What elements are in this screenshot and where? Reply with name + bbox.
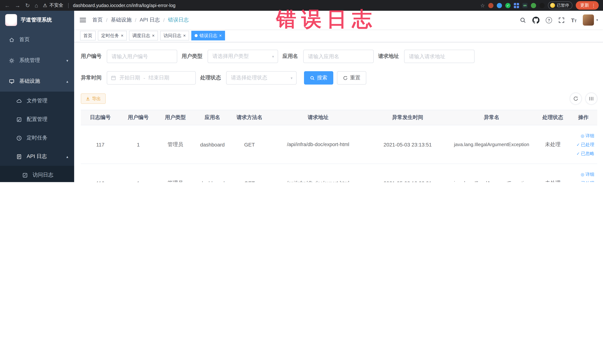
security-label: 不安全 (49, 2, 63, 9)
search-icon[interactable] (520, 17, 526, 23)
check-icon: ✓ (577, 140, 580, 149)
cell-method: GET (231, 125, 268, 164)
filter-label: 异常时间 (81, 75, 102, 81)
paused-badge[interactable]: 已暂停 (548, 1, 572, 9)
app-window: 芋道管理系统 首页 系统管理 ▾ 基础设施 ▴ (0, 11, 603, 182)
fullscreen-icon[interactable] (558, 17, 565, 23)
table-row: 116 1 管理员 dashboard GET /api/infra/db-do… (81, 164, 597, 182)
browser-back-icon[interactable]: ← (4, 3, 10, 8)
mark-processed-link[interactable]: ✓ 已处理 (577, 179, 594, 182)
bookmark-star-icon[interactable]: ☆ (480, 2, 485, 8)
user-id-input[interactable] (107, 50, 177, 63)
sidebar-item-system[interactable]: 系统管理 ▾ (0, 50, 74, 71)
detail-link[interactable]: ◎ 详细 (581, 170, 594, 178)
reset-button[interactable]: 重置 (337, 71, 366, 84)
col-user-type: 用户类型 (157, 110, 194, 125)
sidebar-item-scheduled-job[interactable]: 定时任务 (0, 129, 74, 147)
extension-icon-leaf[interactable] (531, 3, 536, 8)
extension-icon-3[interactable]: ✓ (505, 3, 510, 8)
sidebar-item-access-log[interactable]: 访问日志 (0, 166, 74, 182)
help-icon[interactable]: ? (546, 17, 552, 23)
user-type-select[interactable]: 请选择用户类型 ▾ (208, 50, 278, 63)
col-log-id: 日志编号 (81, 110, 120, 125)
refresh-button[interactable] (570, 93, 582, 105)
cell-user-id: 1 (120, 125, 157, 164)
sidebar-menu: 首页 系统管理 ▾ 基础设施 ▴ 文件管理 (0, 29, 74, 182)
breadcrumb-infra[interactable]: 基础设施 (111, 17, 132, 23)
cell-user-type: 管理员 (157, 164, 194, 182)
warning-icon: ⚠ (43, 3, 47, 8)
address-bar-url[interactable]: dashboard.yudao.iocoder.cn/infra/log/api… (68, 3, 175, 8)
table-body: 117 1 管理员 dashboard GET /api/infra/db-do… (81, 125, 597, 182)
extension-icon-on[interactable]: on (522, 3, 528, 8)
chevron-up-icon: ▴ (66, 154, 68, 159)
app-title: 芋道管理系统 (21, 17, 52, 23)
sidebar-item-config-manage[interactable]: 配置管理 (0, 110, 74, 129)
cell-user-type: 管理员 (157, 125, 194, 164)
sidebar-item-home[interactable]: 首页 (0, 29, 74, 50)
tab-schedule-log[interactable]: 调度日志 × (129, 31, 158, 40)
cell-exception-time: 2021-05-03 12:02:31 (368, 164, 447, 182)
chevron-down-icon: ▾ (272, 54, 274, 59)
table-row: 117 1 管理员 dashboard GET /api/infra/db-do… (81, 125, 597, 164)
column-settings-button[interactable] (585, 93, 597, 105)
mark-processed-link[interactable]: ✓ 已处理 (577, 140, 594, 149)
close-icon[interactable]: × (121, 33, 123, 38)
browser-update-button[interactable]: 更新 ⋮ (576, 1, 599, 10)
tab-home[interactable]: 首页 (80, 31, 96, 40)
hamburger-icon[interactable] (74, 18, 92, 22)
cell-exception-name: java.lang.IllegalArgumentException (447, 164, 536, 182)
site-security-indicator[interactable]: ⚠ 不安全 (43, 2, 63, 9)
active-dot-icon (195, 34, 197, 37)
edit-icon (15, 117, 23, 122)
sidebar-item-api-log[interactable]: API 日志 ▴ (0, 147, 74, 166)
breadcrumb-current: 错误日志 (168, 17, 189, 23)
browser-reload-icon[interactable]: ↻ (25, 3, 30, 8)
col-method: 请求方法名 (231, 110, 268, 125)
cell-actions: ◎ 详细 ✓ 已处理 ✓ (569, 125, 597, 164)
breadcrumb-separator: / (135, 17, 136, 23)
search-button[interactable]: 搜索 (304, 71, 333, 84)
user-menu[interactable]: ▾ (583, 14, 598, 26)
close-icon[interactable]: × (183, 33, 186, 38)
mark-ignored-link[interactable]: ✓ 已忽略 (577, 149, 594, 157)
sidebar-item-label: 文件管理 (27, 97, 47, 104)
sidebar-item-file-manage[interactable]: 文件管理 (0, 92, 74, 110)
filter-status: 处理状态 请选择处理状态 ▾ (200, 71, 297, 84)
emoji-icon (550, 3, 555, 8)
app-logo[interactable]: 芋道管理系统 (0, 11, 74, 29)
col-app-name: 应用名 (194, 110, 231, 125)
status-select[interactable]: 请选择处理状态 ▾ (226, 71, 297, 84)
update-label: 更新 (580, 2, 589, 9)
app-name-input[interactable] (303, 50, 374, 63)
sidebar-item-label: 配置管理 (27, 116, 47, 123)
close-icon[interactable]: × (219, 33, 222, 38)
view-icon: ◎ (581, 170, 584, 178)
logo-avatar (5, 14, 17, 26)
github-icon[interactable] (532, 16, 539, 23)
extension-icon-paw[interactable] (539, 3, 545, 8)
browser-forward-icon[interactable]: → (15, 3, 20, 8)
font-size-icon[interactable]: TT (571, 17, 577, 23)
cell-app-name: dashboard (194, 164, 231, 182)
extension-icon-1[interactable] (488, 3, 493, 8)
breadcrumb-home[interactable]: 首页 (92, 17, 103, 23)
cell-status: 未处理 (536, 164, 569, 182)
kebab-menu-icon[interactable]: ⋮ (591, 3, 596, 8)
tab-error-log[interactable]: 错误日志 × (191, 31, 225, 40)
extension-icon-2[interactable] (497, 3, 502, 8)
tab-scheduled-job[interactable]: 定时任务 × (98, 31, 127, 40)
sidebar-item-infra[interactable]: 基础设施 ▴ (0, 71, 74, 92)
breadcrumb-api-log[interactable]: API 日志 (140, 17, 160, 23)
browser-home-icon[interactable]: ⌂ (35, 3, 38, 8)
detail-link[interactable]: ◎ 详细 (581, 131, 594, 140)
extension-icon-grid[interactable] (514, 3, 519, 8)
request-url-input[interactable] (404, 50, 475, 63)
date-range-picker[interactable]: 开始日期 - 结束日期 (107, 71, 196, 84)
close-icon[interactable]: × (152, 33, 155, 38)
tab-access-log[interactable]: 访问日志 × (160, 31, 189, 40)
filter-user-type: 用户类型 请选择用户类型 ▾ (182, 50, 278, 63)
export-button[interactable]: 导出 (81, 94, 106, 104)
filter-app-name: 应用名 (282, 50, 374, 63)
table-settings (566, 93, 597, 105)
